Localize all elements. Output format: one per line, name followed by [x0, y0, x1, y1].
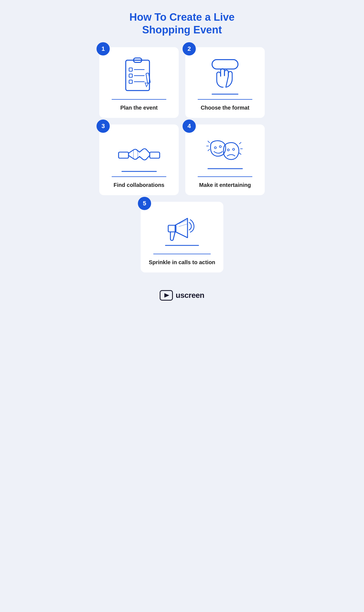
step-3-divider [112, 176, 166, 177]
step-3-badge: 3 [97, 120, 110, 133]
step-3-icon [105, 130, 173, 174]
step-5-icon [146, 207, 218, 251]
step-4-icon [191, 130, 259, 174]
step-5-label: Sprinkle in calls to action [149, 259, 215, 266]
step-1-card: 1 [99, 47, 179, 118]
step-4-card: 4 [185, 124, 265, 195]
logo: uscreen [160, 290, 204, 301]
svg-rect-13 [119, 152, 129, 158]
svg-line-18 [208, 141, 210, 143]
step-1-divider [112, 99, 166, 100]
svg-point-17 [219, 146, 221, 148]
step-3-card: 3 Find [99, 124, 179, 195]
svg-marker-32 [164, 293, 169, 298]
step-1-label: Plan the event [120, 104, 158, 111]
svg-rect-11 [212, 60, 238, 69]
step-2-icon [191, 53, 259, 97]
steps-row-1: 1 [99, 47, 265, 118]
svg-line-25 [239, 153, 241, 154]
uscreen-logo-icon [160, 290, 173, 301]
step-1-badge: 1 [97, 42, 110, 55]
svg-line-23 [239, 142, 241, 144]
svg-point-22 [232, 149, 234, 150]
step-2-divider [198, 99, 252, 100]
svg-point-21 [227, 149, 229, 151]
page: How To Create a Live Shopping Event 1 [91, 0, 273, 317]
svg-rect-14 [150, 152, 160, 158]
page-title: How To Create a Live Shopping Event [110, 11, 254, 36]
step-4-divider [198, 176, 252, 177]
step-5-card: 5 Sprinkle in calls to action [141, 202, 223, 272]
uscreen-logo-text: uscreen [176, 291, 204, 300]
svg-line-20 [208, 149, 210, 151]
step-2-label: Choose the format [201, 104, 250, 111]
svg-rect-5 [129, 74, 132, 77]
step-5-divider [153, 254, 211, 254]
step-1-icon [105, 53, 173, 97]
step-2-card: 2 [185, 47, 265, 118]
svg-marker-10 [145, 83, 148, 87]
step-4-label: Make it entertaining [199, 181, 251, 189]
svg-rect-7 [129, 80, 132, 83]
step-4-badge: 4 [183, 120, 196, 133]
step-2-badge: 2 [183, 42, 196, 55]
svg-rect-3 [129, 68, 132, 71]
svg-line-29 [179, 224, 188, 227]
svg-point-16 [214, 147, 216, 149]
step-3-label: Find collaborations [114, 181, 164, 189]
steps-row-2: 3 Find [99, 124, 265, 195]
step-5-badge: 5 [138, 197, 151, 210]
